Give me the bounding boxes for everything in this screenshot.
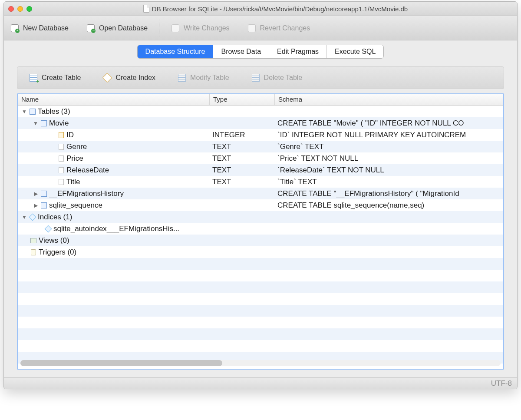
revert-changes-label: Revert Changes bbox=[260, 24, 310, 32]
column-name: ID bbox=[66, 131, 74, 139]
expand-toggle-icon[interactable]: ▶ bbox=[33, 202, 39, 208]
table-delete-icon bbox=[252, 74, 260, 82]
tree-node-indices[interactable]: ▼ Indices (1) bbox=[18, 211, 503, 223]
revert-icon bbox=[248, 24, 256, 32]
new-database-label: New Database bbox=[23, 24, 69, 32]
column-icon bbox=[59, 179, 64, 185]
column-icon bbox=[59, 155, 64, 162]
tree-node-index-item[interactable]: sqlite_autoindex___EFMigrationsHis... bbox=[18, 223, 503, 235]
empty-row bbox=[18, 317, 503, 328]
write-changes-label: Write Changes bbox=[184, 24, 230, 32]
tree-node-column[interactable]: ID INTEGER `ID` INTEGER NOT NULL PRIMARY… bbox=[18, 129, 503, 141]
index-icon bbox=[102, 73, 112, 83]
tree-node-views[interactable]: Views (0) bbox=[18, 235, 503, 246]
minimize-window-button[interactable] bbox=[17, 6, 23, 12]
column-type: TEXT bbox=[210, 166, 275, 175]
tree-node-table-movie[interactable]: ▼ Movie CREATE TABLE "Movie" ( "ID" INTE… bbox=[18, 117, 503, 129]
modify-table-label: Modify Table bbox=[190, 74, 229, 82]
delete-table-button: Delete Table bbox=[251, 73, 303, 83]
table-icon bbox=[41, 191, 47, 197]
tree-node-column[interactable]: Genre TEXT `Genre` TEXT bbox=[18, 141, 503, 152]
column-name: Genre bbox=[66, 142, 87, 151]
empty-row bbox=[18, 270, 503, 281]
encoding-indicator[interactable]: UTF-8 bbox=[491, 379, 512, 388]
column-header-type[interactable]: Type bbox=[210, 94, 275, 105]
write-icon bbox=[171, 24, 179, 32]
create-table-label: Create Table bbox=[42, 74, 81, 82]
tree-body: ▼ Tables (3) ▼ Movie CREATE TABLE "Movie… bbox=[18, 106, 503, 364]
column-type: TEXT bbox=[210, 142, 275, 151]
tree-node-column[interactable]: Price TEXT `Price` TEXT NOT NULL bbox=[18, 152, 503, 164]
open-database-label: Open Database bbox=[99, 24, 148, 32]
toolbar-separator bbox=[159, 20, 159, 37]
new-database-button[interactable]: New Database bbox=[10, 23, 69, 33]
content-area: Database Structure Browse Data Edit Prag… bbox=[4, 40, 517, 377]
tree-node-column[interactable]: ReleaseDate TEXT `ReleaseDate` TEXT NOT … bbox=[18, 164, 503, 176]
tree-node-column[interactable]: Title TEXT `Title` TEXT bbox=[18, 176, 503, 188]
column-name: ReleaseDate bbox=[66, 166, 109, 175]
tab-edit-pragmas[interactable]: Edit Pragmas bbox=[269, 45, 327, 58]
empty-row bbox=[18, 293, 503, 305]
tab-execute-sql[interactable]: Execute SQL bbox=[327, 45, 383, 58]
create-index-label: Create Index bbox=[115, 74, 155, 82]
empty-row bbox=[18, 328, 503, 340]
schema-text: CREATE TABLE "Movie" ( "ID" INTEGER NOT … bbox=[275, 119, 503, 128]
tab-browse-data[interactable]: Browse Data bbox=[213, 45, 269, 58]
tree-header: Name Type Schema bbox=[18, 94, 503, 106]
app-window: DB Browser for SQLite - /Users/ricka/t/M… bbox=[3, 1, 518, 389]
schema-text: `ReleaseDate` TEXT NOT NULL bbox=[275, 166, 503, 175]
main-toolbar: New Database Open Database Write Changes… bbox=[4, 16, 517, 40]
empty-row bbox=[18, 305, 503, 317]
views-label: Views (0) bbox=[39, 236, 69, 245]
document-icon bbox=[143, 5, 149, 13]
column-name: Price bbox=[66, 154, 83, 163]
create-index-button[interactable]: Create Index bbox=[102, 73, 155, 83]
expand-toggle-icon[interactable]: ▼ bbox=[21, 214, 27, 220]
column-icon bbox=[59, 167, 64, 173]
open-database-button[interactable]: Open Database bbox=[86, 23, 148, 33]
views-icon bbox=[30, 238, 36, 243]
schema-text: `Title` TEXT bbox=[275, 178, 503, 186]
maximize-window-button[interactable] bbox=[26, 6, 32, 12]
column-header-name[interactable]: Name bbox=[18, 94, 210, 105]
tab-database-structure[interactable]: Database Structure bbox=[138, 45, 214, 58]
index-name: sqlite_autoindex___EFMigrationsHis... bbox=[53, 225, 179, 233]
window-controls bbox=[8, 6, 32, 12]
column-name: Title bbox=[66, 178, 80, 186]
table-name: __EFMigrationsHistory bbox=[49, 189, 124, 198]
database-open-icon bbox=[87, 24, 95, 32]
indices-label: Indices (1) bbox=[38, 213, 72, 222]
empty-row bbox=[18, 281, 503, 293]
schema-text: `Genre` TEXT bbox=[275, 142, 503, 151]
expand-toggle-icon[interactable]: ▶ bbox=[33, 191, 39, 197]
tables-label: Tables (3) bbox=[38, 107, 70, 116]
table-edit-icon bbox=[178, 74, 186, 82]
triggers-icon bbox=[31, 249, 36, 255]
horizontal-scrollbar[interactable] bbox=[20, 360, 501, 366]
empty-row bbox=[18, 258, 503, 270]
schema-text: CREATE TABLE "__EFMigrationsHistory" ( "… bbox=[275, 189, 503, 198]
close-window-button[interactable] bbox=[8, 6, 14, 12]
triggers-label: Triggers (0) bbox=[39, 248, 76, 257]
column-type: INTEGER bbox=[210, 131, 275, 139]
expand-toggle-icon[interactable]: ▼ bbox=[33, 120, 39, 126]
delete-table-label: Delete Table bbox=[264, 74, 303, 82]
schema-text: `ID` INTEGER NOT NULL PRIMARY KEY AUTOIN… bbox=[275, 131, 503, 139]
create-table-button[interactable]: Create Table bbox=[29, 73, 81, 83]
tree-node-tables[interactable]: ▼ Tables (3) bbox=[18, 106, 503, 117]
title-bar: DB Browser for SQLite - /Users/ricka/t/M… bbox=[4, 2, 517, 16]
tree-node-table-ef[interactable]: ▶ __EFMigrationsHistory CREATE TABLE "__… bbox=[18, 188, 503, 199]
empty-row bbox=[18, 340, 503, 352]
table-plus-icon bbox=[30, 74, 37, 82]
column-header-schema[interactable]: Schema bbox=[275, 94, 503, 105]
scrollbar-thumb[interactable] bbox=[20, 360, 222, 366]
schema-tree: Name Type Schema ▼ Tables (3) ▼ bbox=[17, 93, 504, 370]
tree-node-triggers[interactable]: Triggers (0) bbox=[18, 246, 503, 258]
expand-toggle-icon[interactable]: ▼ bbox=[21, 109, 27, 115]
column-icon bbox=[59, 144, 64, 150]
column-type: TEXT bbox=[210, 154, 275, 163]
tree-node-table-seq[interactable]: ▶ sqlite_sequence CREATE TABLE sqlite_se… bbox=[18, 199, 503, 211]
schema-text: `Price` TEXT NOT NULL bbox=[275, 154, 503, 163]
primary-key-icon bbox=[59, 132, 64, 138]
modify-table-button: Modify Table bbox=[177, 73, 229, 83]
